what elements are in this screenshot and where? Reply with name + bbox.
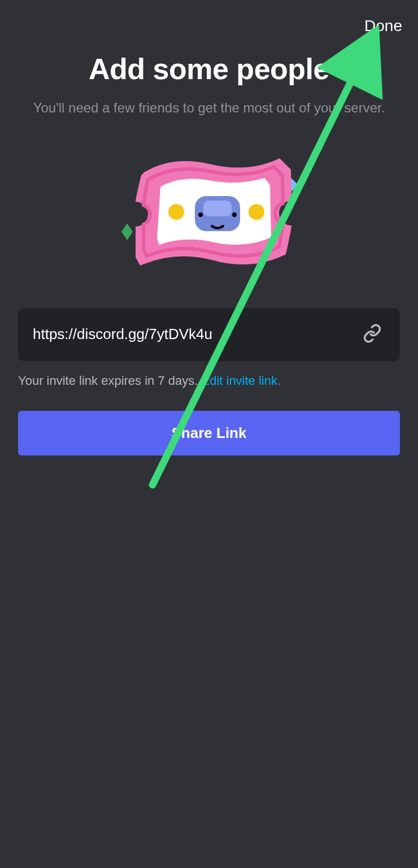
expire-label: Your invite link expires in 7 days. [18, 374, 201, 388]
page-subtitle: You'll need a few friends to get the mos… [0, 98, 418, 118]
svg-point-0 [168, 204, 184, 220]
invite-url-text: https://discord.gg/7ytDVk4u [33, 326, 212, 343]
done-button[interactable]: Done [364, 17, 402, 35]
svg-point-1 [249, 204, 264, 220]
svg-point-5 [232, 212, 237, 217]
share-link-button[interactable]: Share Link [18, 411, 400, 455]
link-icon [363, 324, 382, 345]
svg-point-4 [198, 212, 203, 217]
ticket-illustration [0, 144, 418, 274]
page-title: Add some people [0, 52, 418, 86]
edit-invite-link[interactable]: Edit invite link. [201, 374, 281, 388]
invite-expire-text: Your invite link expires in 7 days. Edit… [18, 374, 400, 388]
invite-link-box[interactable]: https://discord.gg/7ytDVk4u [18, 308, 400, 361]
svg-rect-3 [203, 201, 232, 216]
